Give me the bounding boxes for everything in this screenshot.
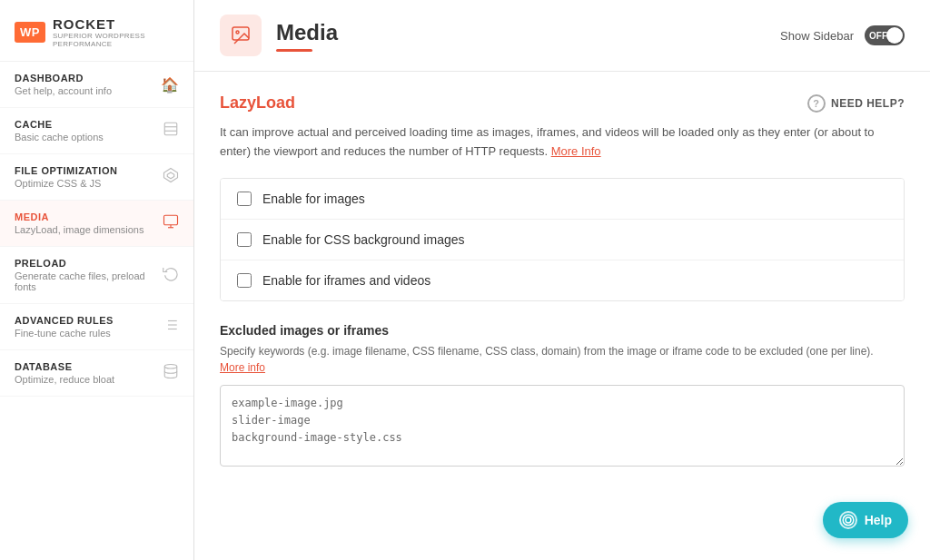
database-icon: [163, 363, 179, 383]
sidebar-item-cache-title: CACHE: [15, 119, 155, 130]
main-content: Media Show Sidebar OFF LazyLoad ? NEED H…: [194, 0, 930, 560]
svg-rect-5: [164, 215, 178, 225]
sidebar-item-media[interactable]: MEDIA LazyLoad, image dimensions: [0, 201, 193, 247]
checkbox-enable-css-bg[interactable]: [237, 232, 252, 247]
logo-tagline: Superior WordPress Performance: [53, 32, 179, 48]
lazyload-options-list: Enable for images Enable for CSS backgro…: [220, 178, 905, 301]
svg-marker-4: [167, 172, 174, 179]
option-enable-images-label: Enable for images: [262, 192, 365, 206]
sidebar-item-media-title: MEDIA: [15, 211, 155, 222]
header-left: Media: [220, 15, 338, 71]
option-enable-css-bg: Enable for CSS background images: [221, 220, 904, 260]
cache-icon: [163, 121, 179, 141]
content-area: LazyLoad ? NEED HELP? It can improve act…: [194, 72, 930, 560]
option-enable-iframes: Enable for iframes and videos: [221, 260, 904, 300]
checkbox-enable-images[interactable]: [237, 192, 252, 206]
sidebar-item-preload-title: PRELOAD: [15, 258, 155, 269]
sidebar-item-preload[interactable]: PRELOAD Generate cache files, preload fo…: [0, 247, 193, 304]
need-help-icon: ?: [807, 94, 826, 113]
logo-area: WP ROCKET Superior WordPress Performance: [0, 0, 193, 62]
more-info-link[interactable]: More Info: [551, 144, 601, 158]
svg-point-18: [846, 517, 851, 523]
checkbox-enable-iframes[interactable]: [237, 273, 252, 288]
sidebar-item-dashboard[interactable]: DASHBOARD Get help, account info 🏠: [0, 62, 193, 108]
header-right: Show Sidebar OFF: [780, 25, 905, 60]
show-sidebar-toggle[interactable]: OFF: [865, 25, 905, 45]
sidebar-item-advanced-rules-title: ADVANCED RULES: [15, 315, 155, 326]
excluded-textarea[interactable]: [220, 385, 905, 467]
help-button-label: Help: [865, 513, 892, 527]
sidebar-item-file-optimization[interactable]: FILE OPTIMIZATION Optimize CSS & JS: [0, 154, 193, 201]
logo-rocket-name: ROCKET: [53, 16, 179, 32]
sidebar-item-database[interactable]: DATABASE Optimize, reduce bloat: [0, 350, 193, 397]
toggle-off-label: OFF: [869, 31, 887, 41]
page-title-underline: [276, 49, 312, 52]
file-opt-icon: [163, 167, 179, 187]
need-help-button[interactable]: ? NEED HELP?: [807, 94, 905, 113]
help-button[interactable]: Help: [823, 502, 908, 538]
sidebar-item-advanced-rules-subtitle: Fine-tune cache rules: [15, 328, 155, 339]
sidebar-item-file-optimization-title: FILE OPTIMIZATION: [15, 165, 155, 176]
sidebar: WP ROCKET Superior WordPress Performance…: [0, 0, 194, 560]
option-enable-iframes-label: Enable for iframes and videos: [262, 273, 430, 288]
sidebar-item-file-optimization-subtitle: Optimize CSS & JS: [15, 178, 155, 189]
toggle-thumb: [886, 27, 903, 44]
page-icon: [220, 15, 262, 56]
sidebar-item-dashboard-subtitle: Get help, account info: [15, 85, 153, 96]
page-title: Media: [276, 20, 338, 45]
lazyload-section-header: LazyLoad ? NEED HELP?: [220, 93, 905, 113]
sidebar-item-cache[interactable]: CACHE Basic cache options: [0, 108, 193, 154]
sidebar-item-advanced-rules[interactable]: ADVANCED RULES Fine-tune cache rules: [0, 304, 193, 350]
sidebar-item-media-subtitle: LazyLoad, image dimensions: [15, 224, 155, 235]
sidebar-item-cache-subtitle: Basic cache options: [15, 132, 155, 142]
excluded-description: Specify keywords (e.g. image filename, C…: [220, 343, 905, 376]
excluded-section: Excluded images or iframes Specify keywo…: [220, 323, 905, 470]
sidebar-item-database-subtitle: Optimize, reduce bloat: [15, 374, 155, 385]
svg-point-14: [164, 365, 177, 369]
excluded-more-info-link[interactable]: More info: [220, 361, 265, 374]
svg-point-17: [843, 515, 854, 526]
help-button-icon: [839, 511, 857, 529]
preload-icon: [163, 265, 179, 285]
lazyload-title: LazyLoad: [220, 93, 295, 113]
option-enable-images: Enable for images: [221, 179, 904, 220]
media-icon: [163, 213, 179, 233]
page-header: Media Show Sidebar OFF: [194, 0, 930, 72]
sidebar-item-preload-subtitle: Generate cache files, preload fonts: [15, 270, 155, 292]
option-enable-css-bg-label: Enable for CSS background images: [262, 232, 465, 247]
lazyload-description: It can improve actual and perceived load…: [220, 123, 905, 162]
svg-marker-3: [164, 169, 178, 182]
svg-point-16: [236, 31, 239, 34]
advanced-rules-icon: [163, 317, 179, 337]
excluded-title: Excluded images or iframes: [220, 323, 905, 338]
svg-rect-0: [164, 123, 177, 135]
need-help-label: NEED HELP?: [831, 97, 905, 110]
sidebar-item-database-title: DATABASE: [15, 361, 155, 372]
show-sidebar-label: Show Sidebar: [780, 29, 854, 43]
sidebar-item-dashboard-title: DASHBOARD: [15, 73, 153, 84]
home-icon: 🏠: [161, 76, 179, 93]
logo-wp: WP: [15, 22, 45, 43]
sidebar-nav: DASHBOARD Get help, account info 🏠 CACHE…: [0, 62, 193, 560]
